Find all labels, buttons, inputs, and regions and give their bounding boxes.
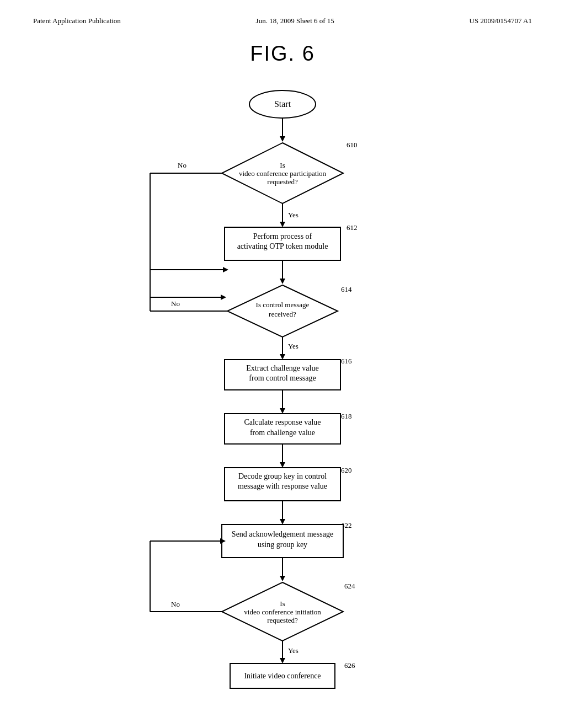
svg-text:Send acknowledgement message: Send acknowledgement message — [232, 530, 333, 538]
svg-text:Is: Is — [280, 599, 285, 608]
svg-text:624: 624 — [344, 582, 355, 590]
svg-text:No: No — [171, 299, 180, 308]
svg-marker-19 — [280, 279, 285, 284]
svg-text:614: 614 — [341, 285, 352, 293]
svg-text:video conference participation: video conference participation — [239, 169, 327, 178]
svg-marker-46 — [280, 462, 285, 468]
svg-text:612: 612 — [347, 223, 358, 232]
svg-marker-65 — [280, 658, 285, 663]
svg-text:No: No — [171, 600, 180, 608]
svg-text:Yes: Yes — [288, 211, 299, 219]
svg-text:Perform process of: Perform process of — [253, 232, 312, 240]
header-center: Jun. 18, 2009 Sheet 6 of 15 — [256, 17, 334, 25]
svg-text:Is control message: Is control message — [256, 301, 310, 309]
svg-marker-3 — [280, 136, 285, 142]
svg-text:from challenge value: from challenge value — [250, 429, 315, 437]
svg-text:Extract challenge value: Extract challenge value — [246, 364, 318, 372]
svg-text:received?: received? — [269, 310, 296, 318]
svg-text:Calculate response value: Calculate response value — [244, 418, 321, 426]
header-right: US 2009/0154707 A1 — [470, 17, 532, 25]
svg-text:message with response value: message with response value — [238, 482, 327, 490]
svg-text:No: No — [178, 161, 186, 169]
page: Patent Application Publication Jun. 18, … — [0, 0, 565, 728]
svg-text:618: 618 — [341, 412, 352, 420]
svg-marker-22 — [221, 295, 226, 300]
svg-text:626: 626 — [344, 661, 355, 670]
svg-text:activating OTP token module: activating OTP token module — [237, 242, 328, 250]
svg-text:requested?: requested? — [267, 178, 298, 186]
svg-text:Start: Start — [274, 99, 291, 109]
svg-marker-58 — [280, 576, 285, 581]
svg-marker-28 — [280, 354, 285, 360]
svg-text:620: 620 — [341, 466, 352, 474]
svg-text:from control message: from control message — [249, 374, 316, 382]
header-left: Patent Application Publication — [33, 17, 121, 25]
header: Patent Application Publication Jun. 18, … — [33, 17, 532, 25]
svg-marker-10 — [280, 222, 285, 227]
svg-text:Yes: Yes — [288, 646, 299, 655]
svg-text:Is: Is — [280, 161, 285, 169]
flowchart-diagram: Start Is video conference participation … — [89, 82, 476, 689]
svg-marker-40 — [280, 408, 285, 414]
svg-text:requested?: requested? — [267, 616, 298, 624]
svg-marker-52 — [280, 519, 285, 524]
svg-text:616: 616 — [341, 357, 352, 365]
figure-title: FIG. 6 — [33, 42, 532, 66]
svg-text:610: 610 — [347, 141, 358, 149]
svg-text:using group key: using group key — [258, 540, 307, 549]
svg-text:video conference initiation: video conference initiation — [244, 608, 321, 616]
svg-marker-35 — [223, 267, 228, 272]
svg-text:Initiate video conference: Initiate video conference — [244, 672, 321, 680]
svg-text:Decode group key in control: Decode group key in control — [238, 472, 327, 480]
svg-text:Yes: Yes — [288, 342, 299, 350]
